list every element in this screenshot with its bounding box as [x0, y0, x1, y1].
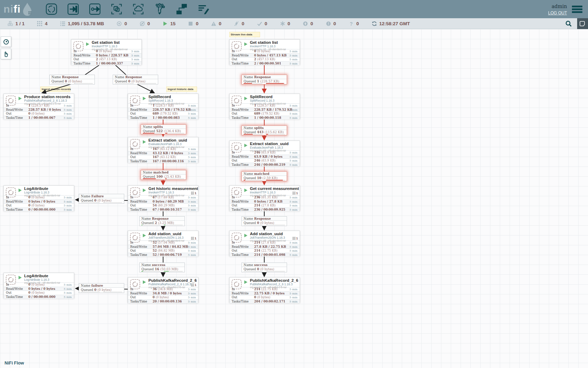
processor-logattribute[interactable]: LogAttributeLogAttribute 1.16.3org.apach… [4, 185, 74, 211]
flow-label[interactable]: Stream live-data [229, 32, 260, 37]
stat-row-out: Out54 (60.29 MB)5 min [128, 203, 198, 207]
processor-name: SplitRecord [250, 95, 300, 99]
stat-row-tasks-time: Tasks/Time1 / 00:00:00.0835 min [128, 116, 198, 120]
status-stale: 0 [303, 21, 313, 26]
queue-count-bar [81, 292, 100, 292]
flow-canvas[interactable]: Ingest station recordsIngest historic da… [0, 29, 588, 368]
stat-row-in: In36 (34.8 MB)5 min [128, 287, 198, 291]
status-threads: 4 [37, 21, 48, 26]
processor-add-station-uuid[interactable]: Add station_uuidJoltTransformJSON 1.16.3… [128, 231, 198, 256]
stat-row-tasks-time: Tasks/Time0 / 00:00:00.0005 min [4, 295, 74, 299]
connection-label-splits[interactable]: Name splitsQueued 522 (136.4 KB) [141, 124, 186, 134]
processor-logattribute[interactable]: LogAttributeLogAttribute 1.16.3org.apach… [4, 273, 74, 298]
logo-text-fi: fi [14, 3, 21, 15]
connection-label-splits[interactable]: Name splitsQueued 443 (115.62 KB) [241, 125, 287, 135]
panel-toggle-button[interactable] [577, 18, 588, 29]
stat-row-read-write: Read/Write228.57 KB / 179.52 KB5 min [128, 108, 198, 112]
connection-label-matched[interactable]: Name matchedQueued 10 (2.59 KB) [241, 171, 287, 181]
connection-name: Name Failure [79, 194, 124, 198]
processor-get-current-measurement[interactable]: Get current measurementInvokeHTTP 1.16.3… [229, 185, 300, 211]
queue-size-bar [103, 292, 122, 292]
stat-row-out: Out0 (0 bytes)5 min [4, 203, 74, 207]
processor-type: InvokeHTTP 1.16.3 [92, 45, 141, 48]
status-running: 15 [162, 21, 175, 26]
remote-process-group-icon[interactable] [131, 2, 145, 16]
processor-name: PublishKafkaRecord_2_6 [148, 278, 198, 282]
processor-add-station-uuid[interactable]: Add station_uuidJoltTransformJSON 1.16.3… [229, 231, 300, 256]
status-disabled: 0 [234, 21, 244, 26]
connection-label-matched[interactable]: Name matchedQueued 100 (25.43 KB) [141, 170, 186, 180]
navigate-palette-button[interactable] [1, 36, 11, 47]
logout-link[interactable]: LOG OUT [548, 10, 567, 16]
label-icon[interactable] [196, 2, 210, 16]
running-indicator-icon [19, 189, 22, 192]
processor-type: EvaluateJsonPath 1.16.3 [148, 142, 198, 146]
global-menu-button[interactable] [572, 5, 582, 14]
queued-icon [60, 21, 65, 26]
connection-label-response[interactable]: Name ResponseQueued 2 (3.25 MB) [139, 216, 185, 226]
connection-label-response[interactable]: Name ResponseQueued 0 (0 bytes) [241, 216, 287, 226]
processor-get-station-list[interactable]: Get station listInvokeHTTP 1.16.3org.apa… [229, 39, 300, 65]
connection-label-success[interactable]: Name successQueued 16 (50.03 MB) [139, 263, 185, 272]
breadcrumb[interactable]: NiFi Flow [5, 361, 24, 366]
running-indicator-icon [19, 97, 22, 100]
connection-label-response[interactable]: Name ResponseQueued 0 (0 bytes) [49, 75, 95, 84]
stat-row-out: Out689 (179.52 KB)5 min [128, 111, 198, 116]
processor-type: PublishKafkaRecord_2_6 1.16.3 [250, 282, 300, 286]
connection-label-success[interactable]: Name successQueued 0 (0 bytes) [241, 263, 287, 272]
queue-size-bar [137, 83, 156, 84]
processor-extract-station-uuid[interactable]: Extract station_uuidEvaluateJsonPath 1.1… [128, 137, 198, 163]
processor-extract-station-uuid[interactable]: Extract station_uuidEvaluateJsonPath 1.1… [229, 141, 300, 166]
stat-row-out: Out214 (27.8 KB)5 min [230, 203, 300, 207]
running-indicator-icon [244, 144, 247, 147]
processor-get-station-list[interactable]: Get station listInvokeHTTP 1.16.3org.apa… [71, 39, 142, 65]
connection-name: Name success [140, 263, 184, 267]
stat-row-out: Out0 (0 bytes)5 min [4, 291, 74, 295]
template-icon[interactable] [175, 2, 189, 16]
processor-splitrecord[interactable]: SplitRecordSplitRecord 1.16.3org.apache.… [229, 94, 300, 119]
connection-name: Name splits [242, 126, 287, 130]
connection-label-response[interactable]: Name ResponseQueued 0 (0 bytes) [113, 75, 158, 84]
stat-row-tasks-time: Tasks/Time204 / 00:00:02.1715 min [230, 299, 300, 304]
queue-count-bar [143, 133, 162, 134]
disabled-icon [234, 21, 239, 26]
input-port-icon[interactable] [66, 2, 80, 16]
output-port-icon[interactable] [88, 2, 102, 16]
funnel-icon[interactable] [153, 2, 167, 16]
processor-icon[interactable] [44, 2, 58, 16]
processor-publishkafkarecord-2-6[interactable]: PublishKafkaRecord_2_6PublishKafkaRecord… [128, 277, 198, 303]
processor-publishkafkarecord-2-6[interactable]: PublishKafkaRecord_2_6PublishKafkaRecord… [229, 277, 300, 303]
refresh-status[interactable]: 12:58:27 GMT [372, 21, 410, 26]
processor-name: Get station list [92, 40, 141, 45]
stat-row-out: Out2 (457.13 KB)5 min [230, 57, 300, 61]
processor-get-historic-measurements[interactable]: Get historic measurementsInvokeHTTP 1.16… [128, 185, 198, 211]
flow-label[interactable]: Ingest historic data [166, 87, 197, 92]
stat-row-read-write: Read/Write0 bytes / 60.29 MB5 min [128, 199, 198, 204]
processor-type: SplitRecord 1.16.3 [250, 99, 300, 102]
stat-row-tasks-time: Tasks/Time214 / 00:00:01.0985 min [230, 253, 300, 257]
stat-row-in: In0 (0 bytes)5 min [4, 195, 74, 199]
operate-palette-button[interactable] [1, 49, 11, 59]
connection-label-failure[interactable]: Name failureQueued 0 (0 bytes) [79, 283, 124, 293]
connection-name: Name failure [79, 284, 124, 288]
refresh-icon[interactable] [372, 21, 377, 26]
connection-name: Name splits [141, 125, 186, 129]
status-queued: 1,095 / 53.78 MB [60, 21, 104, 26]
stat-row-read-write: Read/Write0 bytes / 0 bytes5 min [4, 199, 74, 204]
connection-label-response[interactable]: Name ResponseQueued 1 (228.57 KB) [241, 75, 287, 84]
search-button[interactable] [563, 18, 574, 29]
process-group-icon[interactable] [110, 2, 124, 16]
active-thread-count: 1 [191, 237, 196, 240]
stat-row-read-write: Read/Write0 bytes / 27.8 KB5 min [230, 199, 300, 204]
processor-splitrecord[interactable]: SplitRecordSplitRecord 1.16.3org.apache.… [128, 94, 198, 119]
flow-label[interactable]: Ingest station records [40, 87, 70, 92]
connection-label-failure[interactable]: Name FailureQueued 0 (0 bytes) [79, 194, 124, 204]
stat-row-in: In236 (61.31 KB)5 min [230, 195, 300, 199]
running-indicator-icon [86, 42, 89, 46]
active-thread-count: 1 [293, 191, 298, 195]
running-icon [162, 21, 168, 26]
processor-produce-station-records[interactable]: Produce station recordsPublishKafkaRecor… [4, 94, 74, 119]
app-header: nifi admin LOG OUT [0, 0, 588, 18]
stat-row-read-write: Read/Write57.04 MB / 84.82 MB5 min [128, 245, 198, 249]
compass-icon [3, 39, 9, 45]
